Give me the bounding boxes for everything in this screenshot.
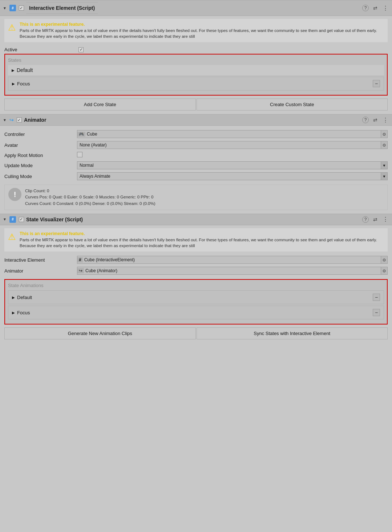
state-animation-default-chevron[interactable]: ▶	[12, 295, 15, 299]
animator-more-options-icon[interactable]: ⋮	[382, 116, 389, 124]
state-default-inner: ▶ Default	[12, 67, 33, 73]
apply-root-motion-label: Apply Root Motion	[4, 153, 77, 158]
warning-text: This is an experimental feature. Parts o…	[20, 22, 384, 39]
state-visualizer-settings-icon[interactable]: ⇄	[372, 216, 379, 223]
avatar-value-container: None (Avatar) ⊙	[77, 141, 388, 149]
panel-header-icons: ? ⇄ ⋮	[362, 4, 389, 12]
state-visualizer-panel: ▼ # State Visualizer (Script) ? ⇄ ⋮ ⚠ Th…	[0, 214, 392, 342]
update-mode-dropdown[interactable]: Normal ▼	[77, 161, 388, 169]
states-section-title: States	[8, 57, 384, 63]
create-custom-state-button[interactable]: Create Custom State	[197, 98, 388, 110]
avatar-field-row: Avatar None (Avatar) ⊙	[4, 140, 388, 150]
state-visualizer-enabled-checkbox[interactable]	[19, 217, 24, 222]
state-default-chevron[interactable]: ▶	[12, 68, 15, 72]
animator-content: Controller 🎮 Cube ⊙ Avatar None (Avatar)…	[0, 126, 392, 213]
update-mode-text: Normal	[77, 163, 381, 168]
state-animation-focus: ▶ Focus −	[8, 306, 384, 319]
more-options-icon[interactable]: ⋮	[382, 4, 389, 12]
sv-animator-ref-icon: ↪	[77, 268, 84, 273]
sv-interactive-element-text: Cube (InteractiveElement)	[83, 257, 381, 262]
collapse-chevron[interactable]: ▼	[3, 6, 7, 10]
active-checkbox[interactable]	[78, 47, 84, 52]
animator-enabled-checkbox[interactable]	[17, 117, 22, 122]
animator-help-icon[interactable]: ?	[362, 117, 369, 123]
sv-animator-input[interactable]: ↪ Cube (Animator) ⊙	[77, 267, 388, 275]
animator-collapse-chevron[interactable]: ▼	[3, 118, 7, 122]
sv-animator-field-row: Animator ↪ Cube (Animator) ⊙	[4, 265, 388, 276]
sv-animator-text: Cube (Animator)	[84, 268, 381, 273]
culling-mode-label: Culling Mode	[4, 174, 77, 179]
culling-mode-value-container: Always Animate ▼	[77, 172, 388, 180]
active-label: Active	[4, 47, 77, 52]
remove-focus-animation-button[interactable]: −	[373, 309, 380, 316]
state-animation-default-label: Default	[17, 295, 32, 300]
warning-box: ⚠ This is an experimental feature. Parts…	[4, 19, 388, 42]
state-animations-title: State Animations	[8, 283, 384, 288]
active-field-row: Active	[4, 45, 388, 54]
state-visualizer-help-icon[interactable]: ?	[362, 216, 369, 223]
state-animation-focus-label: Focus	[17, 310, 30, 315]
state-item-focus: ▶ Focus −	[8, 77, 384, 90]
state-visualizer-script-icon: #	[9, 216, 16, 223]
animator-panel: ▼ ↪ Animator ? ⇄ ⋮ Controller 🎮 Cube ⊙ A…	[0, 114, 392, 213]
warning-title: This is an experimental feature.	[20, 22, 384, 27]
animator-header-icons: ? ⇄ ⋮	[362, 116, 389, 124]
interactive-element-header: ▼ # Interactive Element (Script) ? ⇄ ⋮	[0, 0, 392, 16]
settings-icon[interactable]: ⇄	[372, 4, 379, 12]
interactive-element-panel: ▼ # Interactive Element (Script) ? ⇄ ⋮ ⚠…	[0, 0, 392, 113]
warning-icon: ⚠	[8, 23, 16, 33]
state-visualizer-warning-body: Parts of the MRTK appear to have a lot o…	[20, 237, 384, 249]
state-animation-focus-chevron[interactable]: ▶	[12, 311, 15, 315]
apply-root-motion-value	[77, 152, 388, 158]
interactive-element-content: ⚠ This is an experimental feature. Parts…	[0, 16, 392, 113]
script-icon: #	[9, 5, 16, 11]
state-visualizer-header: ▼ # State Visualizer (Script) ? ⇄ ⋮	[0, 214, 392, 225]
panel-enabled-checkbox[interactable]	[19, 5, 24, 11]
state-visualizer-more-options-icon[interactable]: ⋮	[382, 216, 389, 223]
sv-interactive-element-field-row: Interactive Element # Cube (InteractiveE…	[4, 254, 388, 265]
apply-root-motion-field-row: Apply Root Motion	[4, 150, 388, 160]
state-focus-label: Focus	[17, 81, 30, 86]
warning-body: Parts of the MRTK appear to have a lot o…	[20, 28, 384, 39]
avatar-label: Avatar	[4, 142, 77, 148]
animator-info-box: ! Clip Count: 0 Curves Pos: 0 Quat: 0 Eu…	[4, 185, 388, 210]
help-icon[interactable]: ?	[362, 5, 369, 11]
sv-interactive-element-ref-icon: #	[77, 257, 83, 262]
remove-default-animation-button[interactable]: −	[373, 294, 380, 301]
sv-interactive-element-value-container: # Cube (InteractiveElement) ⊙	[77, 256, 388, 264]
animator-info-text: Clip Count: 0 Curves Pos: 0 Quat: 0 Eule…	[25, 188, 155, 207]
remove-focus-state-button[interactable]: −	[373, 80, 380, 87]
sv-animator-pick-button[interactable]: ⊙	[381, 267, 387, 274]
state-visualizer-header-icons: ? ⇄ ⋮	[362, 216, 389, 223]
sv-interactive-element-pick-button[interactable]: ⊙	[381, 256, 387, 263]
generate-animation-clips-button[interactable]: Generate New Animation Clips	[4, 327, 196, 339]
state-animation-default-inner: ▶ Default	[12, 295, 32, 300]
culling-mode-field-row: Culling Mode Always Animate ▼	[4, 171, 388, 182]
animator-info-icon: !	[8, 188, 21, 201]
controller-text: Cube	[85, 132, 381, 137]
controller-value-container: 🎮 Cube ⊙	[77, 130, 388, 138]
state-item-default: ▶ Default	[8, 65, 384, 75]
state-focus-chevron[interactable]: ▶	[12, 82, 15, 86]
animator-header: ▼ ↪ Animator ? ⇄ ⋮	[0, 114, 392, 126]
apply-root-motion-checkbox[interactable]	[77, 152, 82, 157]
sync-states-button[interactable]: Sync States with Interactive Element	[197, 327, 388, 339]
controller-input[interactable]: 🎮 Cube ⊙	[77, 130, 388, 138]
state-visualizer-warning-box: ⚠ This is an experimental feature. Parts…	[4, 228, 388, 251]
state-default-label: Default	[17, 67, 33, 73]
avatar-pick-button[interactable]: ⊙	[381, 141, 387, 149]
controller-ref-icon: 🎮	[77, 132, 85, 137]
sv-interactive-element-input[interactable]: # Cube (InteractiveElement) ⊙	[77, 256, 388, 264]
state-animation-focus-inner: ▶ Focus	[12, 310, 30, 315]
add-core-state-button[interactable]: Add Core State	[4, 98, 196, 110]
controller-pick-button[interactable]: ⊙	[381, 130, 387, 138]
animator-settings-icon[interactable]: ⇄	[372, 116, 379, 124]
state-animations-box: State Animations ▶ Default − ▶ Focus −	[4, 279, 388, 325]
state-buttons-row: Add Core State Create Custom State	[4, 98, 388, 110]
avatar-input[interactable]: None (Avatar) ⊙	[77, 141, 388, 149]
state-visualizer-buttons-row: Generate New Animation Clips Sync States…	[4, 327, 388, 339]
culling-mode-dropdown[interactable]: Always Animate ▼	[77, 172, 388, 180]
sv-animator-value-container: ↪ Cube (Animator) ⊙	[77, 267, 388, 275]
avatar-text: None (Avatar)	[77, 142, 381, 148]
state-visualizer-collapse-chevron[interactable]: ▼	[3, 217, 7, 221]
